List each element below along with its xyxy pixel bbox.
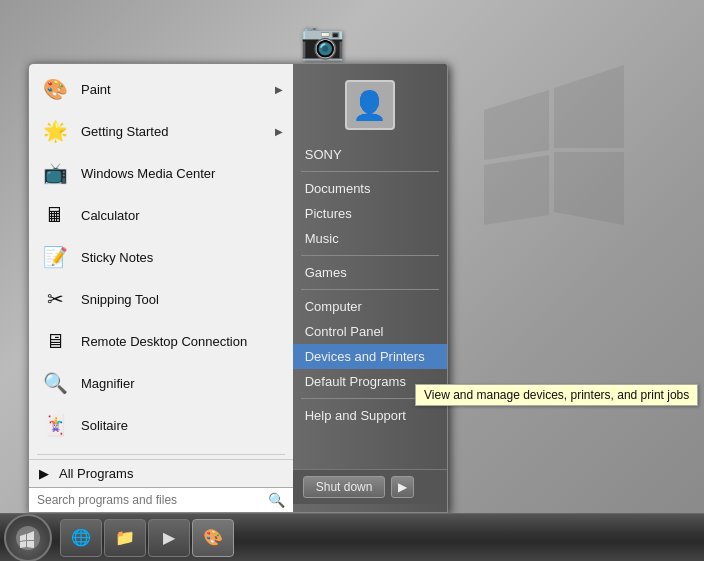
right-menu-default-programs-label: Default Programs: [305, 374, 406, 389]
menu-item-magnifier[interactable]: 🔍 Magnifier: [29, 362, 293, 404]
search-icon: 🔍: [268, 492, 285, 508]
menu-item-solitaire[interactable]: 🃏 Solitaire: [29, 404, 293, 446]
right-menu-help-support-label: Help and Support: [305, 408, 406, 423]
menu-item-remote-desktop-label: Remote Desktop Connection: [81, 334, 283, 349]
all-programs-arrow-icon: ▶: [39, 466, 49, 481]
menu-item-paint-label: Paint: [81, 82, 265, 97]
menu-item-snipping-tool-label: Snipping Tool: [81, 292, 283, 307]
menu-item-calculator-label: Calculator: [81, 208, 283, 223]
right-menu-control-panel[interactable]: Control Panel: [293, 319, 447, 344]
tooltip-devices-printers: View and manage devices, printers, and p…: [415, 384, 698, 406]
paint-submenu-arrow: ▶: [275, 84, 283, 95]
solitaire-icon: 🃏: [39, 409, 71, 441]
all-programs-label: All Programs: [59, 466, 133, 481]
right-divider-1: [301, 171, 439, 172]
right-menu-sony[interactable]: SONY: [293, 142, 447, 167]
sticky-notes-icon: 📝: [39, 241, 71, 273]
right-menu-help-support[interactable]: Help and Support: [293, 403, 447, 428]
taskbar-media-button[interactable]: ▶: [148, 519, 190, 557]
desktop-camera-icon: 📷: [300, 20, 345, 62]
menu-item-wmc[interactable]: 📺 Windows Media Center: [29, 152, 293, 194]
user-avatar-area: 👤: [293, 72, 447, 142]
right-menu-devices-printers-label: Devices and Printers: [305, 349, 425, 364]
paint-icon: 🎨: [39, 73, 71, 105]
right-menu-games[interactable]: Games: [293, 260, 447, 285]
menu-item-calculator[interactable]: 🖩 Calculator: [29, 194, 293, 236]
calculator-icon: 🖩: [39, 199, 71, 231]
right-menu-music[interactable]: Music: [293, 226, 447, 251]
right-menu-sony-label: SONY: [305, 147, 342, 162]
start-menu-items-list: 🎨 Paint ▶ 🌟 Getting Started ▶ 📺 Windows …: [29, 64, 293, 450]
remote-desktop-icon: 🖥: [39, 325, 71, 357]
taskbar: 🌐 📁 ▶ 🎨: [0, 513, 704, 561]
start-menu: 🎨 Paint ▶ 🌟 Getting Started ▶ 📺 Windows …: [28, 63, 448, 513]
shutdown-button[interactable]: Shut down: [303, 476, 386, 498]
tooltip-text: View and manage devices, printers, and p…: [424, 388, 689, 402]
menu-item-paint[interactable]: 🎨 Paint ▶: [29, 68, 293, 110]
menu-item-remote-desktop[interactable]: 🖥 Remote Desktop Connection: [29, 320, 293, 362]
left-panel-divider: [37, 454, 285, 455]
right-menu-computer-label: Computer: [305, 299, 362, 314]
menu-item-sticky-notes-label: Sticky Notes: [81, 250, 283, 265]
taskbar-explorer-button[interactable]: 📁: [104, 519, 146, 557]
paint-taskbar-icon: 🎨: [203, 528, 223, 547]
start-button[interactable]: [4, 514, 52, 562]
user-avatar: 👤: [345, 80, 395, 130]
right-menu-documents[interactable]: Documents: [293, 176, 447, 201]
shutdown-bar: Shut down ▶: [293, 469, 447, 504]
search-input[interactable]: [37, 493, 262, 507]
search-bar[interactable]: 🔍: [29, 487, 293, 512]
start-menu-right-panel: 👤 SONY Documents Pictures Music Games C: [293, 64, 447, 512]
right-menu-music-label: Music: [305, 231, 339, 246]
menu-item-wmc-label: Windows Media Center: [81, 166, 283, 181]
right-menu-games-label: Games: [305, 265, 347, 280]
explorer-icon: 📁: [115, 528, 135, 547]
media-icon: ▶: [163, 528, 175, 547]
wmc-icon: 📺: [39, 157, 71, 189]
menu-item-getting-started-label: Getting Started: [81, 124, 265, 139]
windows-logo-watermark: [464, 30, 644, 230]
right-menu-pictures[interactable]: Pictures: [293, 201, 447, 226]
taskbar-items: 🌐 📁 ▶ 🎨: [60, 519, 234, 557]
right-menu-computer[interactable]: Computer: [293, 294, 447, 319]
menu-item-solitaire-label: Solitaire: [81, 418, 283, 433]
start-menu-left-panel: 🎨 Paint ▶ 🌟 Getting Started ▶ 📺 Windows …: [29, 64, 293, 512]
ie-icon: 🌐: [71, 528, 91, 547]
taskbar-paint-button[interactable]: 🎨: [192, 519, 234, 557]
magnifier-icon: 🔍: [39, 367, 71, 399]
getting-started-icon: 🌟: [39, 115, 71, 147]
menu-item-snipping-tool[interactable]: ✂ Snipping Tool: [29, 278, 293, 320]
right-menu-control-panel-label: Control Panel: [305, 324, 384, 339]
right-menu-documents-label: Documents: [305, 181, 371, 196]
right-divider-3: [301, 289, 439, 290]
shutdown-arrow-button[interactable]: ▶: [391, 476, 414, 498]
windows-orb-icon: [14, 524, 42, 552]
getting-started-arrow: ▶: [275, 126, 283, 137]
taskbar-ie-button[interactable]: 🌐: [60, 519, 102, 557]
menu-item-getting-started[interactable]: 🌟 Getting Started ▶: [29, 110, 293, 152]
menu-item-sticky-notes[interactable]: 📝 Sticky Notes: [29, 236, 293, 278]
menu-item-magnifier-label: Magnifier: [81, 376, 283, 391]
desktop: 📷 🎨 Paint ▶ 🌟 Getting Started ▶ 📺 Window: [0, 0, 704, 561]
right-menu-pictures-label: Pictures: [305, 206, 352, 221]
all-programs-button[interactable]: ▶ All Programs: [29, 459, 293, 487]
right-menu-devices-printers[interactable]: Devices and Printers: [293, 344, 447, 369]
snipping-tool-icon: ✂: [39, 283, 71, 315]
right-divider-2: [301, 255, 439, 256]
